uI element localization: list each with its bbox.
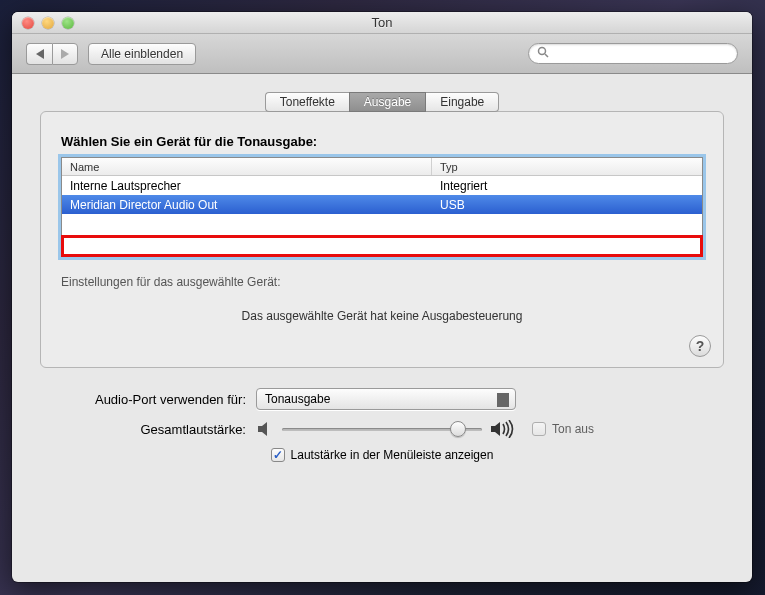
search-field[interactable] [528, 43, 738, 64]
device-row[interactable]: Meridian Director Audio Out USB [62, 195, 702, 214]
help-icon: ? [696, 338, 705, 354]
svg-point-2 [539, 48, 546, 55]
svg-marker-5 [491, 422, 500, 436]
show-in-menubar-checkbox[interactable]: Lautstärke in der Menüleiste anzeigen [271, 448, 494, 462]
close-button[interactable] [22, 17, 34, 29]
content-area: Toneffekte Ausgabe Eingabe Wählen Sie ei… [12, 74, 752, 378]
volume-label: Gesamtlautstärke: [40, 422, 256, 437]
output-groupbox: Wählen Sie ein Gerät für die Tonausgabe:… [40, 111, 724, 368]
back-button[interactable] [26, 43, 52, 65]
nav-segment [26, 43, 78, 65]
device-settings-label: Einstellungen für das ausgewählte Gerät: [61, 275, 703, 289]
menubar-label: Lautstärke in der Menüleiste anzeigen [291, 448, 494, 462]
zoom-button[interactable] [62, 17, 74, 29]
device-type: USB [432, 195, 702, 214]
slider-thumb[interactable] [450, 421, 466, 437]
svg-marker-1 [61, 49, 69, 59]
minimize-button[interactable] [42, 17, 54, 29]
svg-line-3 [545, 54, 548, 57]
show-all-label: Alle einblenden [101, 47, 183, 61]
checkbox-box [532, 422, 546, 436]
speaker-min-icon [256, 421, 274, 437]
mute-label: Ton aus [552, 422, 594, 436]
column-name[interactable]: Name [62, 158, 432, 175]
device-name: Meridian Director Audio Out [62, 195, 432, 214]
column-type[interactable]: Typ [432, 158, 702, 175]
titlebar: Ton [12, 12, 752, 34]
volume-slider[interactable] [282, 421, 482, 437]
device-type: Integriert [432, 176, 702, 195]
forward-button[interactable] [52, 43, 78, 65]
window-title: Ton [12, 15, 752, 30]
tab-sound-effects[interactable]: Toneffekte [265, 92, 349, 112]
show-all-button[interactable]: Alle einblenden [88, 43, 196, 65]
svg-marker-4 [258, 422, 267, 436]
tab-input[interactable]: Eingabe [426, 92, 499, 112]
popup-arrows-icon [499, 395, 507, 404]
speaker-max-icon [490, 420, 514, 438]
toolbar: Alle einblenden [12, 34, 752, 74]
search-input[interactable] [555, 47, 729, 61]
device-row[interactable]: Interne Lautsprecher Integriert [62, 176, 702, 195]
device-list-header: Name Typ [62, 158, 702, 176]
device-name: Interne Lautsprecher [62, 176, 432, 195]
output-prompt: Wählen Sie ein Gerät für die Tonausgabe: [61, 134, 703, 149]
bottom-controls: Audio-Port verwenden für: Tonausgabe Ges… [12, 378, 752, 462]
help-button[interactable]: ? [689, 335, 711, 357]
svg-marker-0 [36, 49, 44, 59]
device-list[interactable]: Name Typ Interne Lautsprecher Integriert… [61, 157, 703, 257]
tab-bar: Toneffekte Ausgabe Eingabe [40, 92, 724, 112]
audio-port-label: Audio-Port verwenden für: [40, 392, 256, 407]
checkbox-box [271, 448, 285, 462]
mute-checkbox[interactable]: Ton aus [532, 422, 594, 436]
sound-preferences-window: Ton Alle einblenden Toneffekte Ausgabe E… [12, 12, 752, 582]
audio-port-popup[interactable]: Tonausgabe [256, 388, 516, 410]
no-output-controls-text: Das ausgewählte Gerät hat keine Ausgabes… [61, 309, 703, 323]
audio-port-value: Tonausgabe [265, 392, 330, 406]
window-controls [12, 17, 74, 29]
tab-output[interactable]: Ausgabe [349, 92, 426, 112]
search-icon [537, 46, 549, 61]
